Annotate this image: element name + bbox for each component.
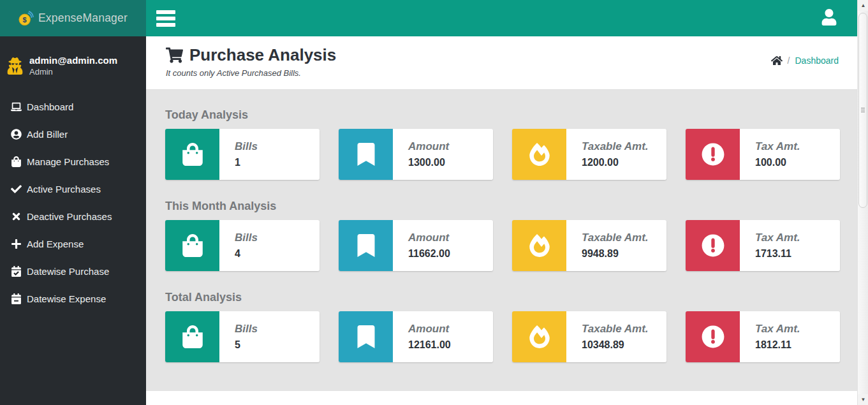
section-heading: Total Analysis bbox=[165, 291, 840, 304]
scrollbar-up-button[interactable]: ▲ bbox=[858, 0, 868, 11]
stat-card-tax-amt: Tax Amt. 1713.11 bbox=[686, 220, 840, 271]
sidebar-item-active-purchases[interactable]: Active Purchases bbox=[0, 175, 146, 203]
bookmark-icon bbox=[355, 325, 378, 348]
stat-body: Amount 12161.00 bbox=[393, 311, 493, 362]
user-role: Admin bbox=[29, 66, 117, 77]
stat-label: Amount bbox=[408, 323, 493, 335]
stat-label: Tax Amt. bbox=[755, 232, 840, 244]
shopping-bag-icon bbox=[11, 156, 22, 167]
shopping-bag-icon bbox=[181, 143, 204, 166]
calendar-check-icon bbox=[11, 266, 22, 277]
sidebar-item-add-biller[interactable]: Add Biller bbox=[0, 121, 146, 148]
stat-card-bills: Bills 1 bbox=[165, 129, 320, 180]
stat-body: Taxable Amt. 9948.89 bbox=[566, 220, 666, 271]
bookmark-icon bbox=[355, 143, 378, 166]
stat-body: Bills 1 bbox=[219, 129, 320, 180]
card-row: Bills 4 Amount 11662.00 Taxable Amt. 994… bbox=[165, 220, 840, 271]
stat-body: Amount 1300.00 bbox=[393, 129, 493, 180]
svg-text:$: $ bbox=[23, 16, 27, 24]
stat-value: 1713.11 bbox=[755, 248, 840, 260]
laptop-icon bbox=[11, 101, 22, 112]
sidebar-menu: Dashboard Add Biller Manage Purchases Ac… bbox=[0, 93, 146, 313]
page-subtitle: It counts only Active Purchased Bills. bbox=[166, 68, 857, 78]
sidebar-item-datewise-expense[interactable]: Datewise Expense bbox=[0, 285, 146, 313]
stat-card-bills: Bills 4 bbox=[165, 220, 320, 271]
section-today-analysis: Today Analysis Bills 1 Amount 1300.00 Ta… bbox=[165, 109, 840, 180]
user-icon[interactable] bbox=[821, 9, 837, 26]
vertical-scrollbar[interactable]: ▲ ▼ bbox=[857, 0, 868, 405]
stat-value: 12161.00 bbox=[408, 339, 493, 351]
stat-label: Taxable Amt. bbox=[582, 232, 666, 244]
cart-icon bbox=[166, 47, 183, 64]
sidebar-item-deactive-purchases[interactable]: Deactive Purchases bbox=[0, 203, 146, 230]
sidebar-item-add-expense[interactable]: Add Expense bbox=[0, 230, 146, 258]
stat-card-bills: Bills 5 bbox=[165, 311, 320, 362]
bookmark-icon bbox=[355, 234, 378, 257]
card-row: Bills 5 Amount 12161.00 Taxable Amt. 103… bbox=[165, 311, 840, 362]
stat-card-tax-amt: Tax Amt. 100.00 bbox=[686, 129, 840, 180]
stat-label: Tax Amt. bbox=[755, 140, 840, 153]
sidebar-item-label: Deactive Purchases bbox=[27, 211, 112, 222]
stat-label: Amount bbox=[408, 140, 493, 153]
scrollbar-down-button[interactable]: ▼ bbox=[858, 394, 868, 405]
stat-value: 10348.89 bbox=[582, 339, 666, 351]
stat-label: Taxable Amt. bbox=[582, 140, 666, 153]
stat-icon-box bbox=[512, 129, 566, 180]
sidebar-item-dashboard[interactable]: Dashboard bbox=[0, 93, 146, 121]
stat-value: 5 bbox=[235, 339, 320, 351]
stat-icon-box bbox=[512, 220, 566, 271]
stat-icon-box bbox=[339, 220, 393, 271]
sidebar-item-label: Datewise Purchase bbox=[27, 266, 109, 277]
stat-value: 1200.00 bbox=[582, 157, 666, 168]
shopping-bag-icon bbox=[181, 234, 204, 257]
sidebar-item-label: Add Expense bbox=[27, 239, 84, 249]
content-body: Today Analysis Bills 1 Amount 1300.00 Ta… bbox=[146, 89, 857, 390]
calendar-minus-icon bbox=[11, 293, 22, 304]
stat-label: Bills bbox=[235, 140, 320, 153]
breadcrumb-dashboard-link[interactable]: Dashboard bbox=[795, 55, 839, 66]
main-area: Purchase Analysis It counts only Active … bbox=[146, 36, 857, 405]
sidebar-item-label: Datewise Expense bbox=[27, 293, 106, 304]
sidebar-item-label: Active Purchases bbox=[27, 184, 101, 195]
stat-card-amount: Amount 11662.00 bbox=[339, 220, 493, 271]
sidebar-item-label: Dashboard bbox=[27, 101, 73, 112]
expense-manager-app: $ ExpenseManager admin@admin.com Admin D… bbox=[0, 0, 868, 405]
stat-card-tax-amt: Tax Amt. 1812.11 bbox=[686, 311, 840, 362]
dollar-coin-icon: $ bbox=[18, 11, 34, 26]
user-secret-icon bbox=[6, 57, 24, 75]
stat-value: 1812.11 bbox=[755, 339, 840, 351]
user-panel: admin@admin.com Admin bbox=[0, 36, 146, 85]
stat-body: Tax Amt. 1812.11 bbox=[740, 311, 840, 362]
stat-body: Amount 11662.00 bbox=[393, 220, 493, 271]
breadcrumb-separator: / bbox=[788, 55, 790, 66]
breadcrumb: / Dashboard bbox=[771, 55, 839, 66]
content-header: Purchase Analysis It counts only Active … bbox=[146, 36, 857, 89]
stat-icon-box bbox=[165, 311, 219, 362]
stat-card-amount: Amount 12161.00 bbox=[339, 311, 493, 362]
scrollbar-thumb[interactable] bbox=[858, 13, 867, 208]
sidebar-item-datewise-purchase[interactable]: Datewise Purchase bbox=[0, 258, 146, 285]
section-heading: Today Analysis bbox=[165, 109, 840, 121]
fire-icon bbox=[528, 234, 551, 257]
hamburger-icon[interactable] bbox=[151, 6, 180, 31]
user-info: admin@admin.com Admin bbox=[29, 54, 117, 77]
sidebar-item-manage-purchases[interactable]: Manage Purchases bbox=[0, 148, 146, 175]
stat-value: 4 bbox=[235, 248, 320, 260]
user-email: admin@admin.com bbox=[29, 54, 117, 66]
stat-icon-box bbox=[512, 311, 566, 362]
stat-value: 9948.89 bbox=[582, 248, 666, 260]
brand-link[interactable]: $ ExpenseManager bbox=[0, 0, 146, 36]
stat-label: Amount bbox=[408, 232, 493, 244]
home-icon[interactable] bbox=[771, 55, 783, 66]
stat-value: 11662.00 bbox=[408, 248, 493, 260]
exclamation-circle-icon bbox=[702, 234, 725, 257]
sidebar: admin@admin.com Admin Dashboard Add Bill… bbox=[0, 36, 146, 405]
stat-card-taxable-amt: Taxable Amt. 1200.00 bbox=[512, 129, 666, 180]
stat-value: 1300.00 bbox=[408, 157, 493, 168]
section-this-month-analysis: This Month Analysis Bills 4 Amount 11662… bbox=[165, 200, 840, 271]
check-icon bbox=[11, 184, 22, 195]
stat-body: Bills 4 bbox=[219, 220, 320, 271]
stat-value: 100.00 bbox=[755, 157, 840, 168]
stat-icon-box bbox=[165, 220, 219, 271]
stat-body: Tax Amt. 1713.11 bbox=[740, 220, 840, 271]
